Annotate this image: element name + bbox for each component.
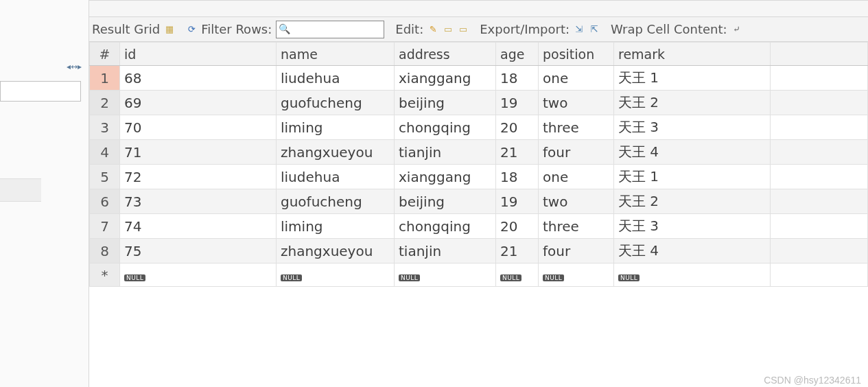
- cell-name[interactable]: guofucheng: [277, 189, 395, 214]
- import-icon[interactable]: ⇱: [589, 24, 600, 35]
- header-row[interactable]: # id name address age position remark: [90, 43, 868, 66]
- cell-position[interactable]: four: [539, 140, 614, 165]
- rownum[interactable]: 5: [90, 165, 120, 189]
- cell-address[interactable]: tianjin: [395, 239, 496, 263]
- cell-remark[interactable]: 天王 4: [614, 239, 771, 263]
- col-age[interactable]: age: [496, 43, 539, 66]
- table-row[interactable]: 269guofuchengbeijing19two天王 2: [90, 91, 868, 115]
- col-extra[interactable]: [771, 43, 868, 66]
- cell-name[interactable]: liudehua: [277, 165, 395, 189]
- cell-position[interactable]: four: [539, 239, 614, 263]
- cell-name[interactable]: liudehua: [277, 66, 395, 91]
- cell-extra[interactable]: [771, 214, 868, 239]
- panel-handle-icon[interactable]: ◂↔▸: [67, 62, 82, 71]
- cell-address[interactable]: xianggang: [395, 165, 496, 189]
- cell-id[interactable]: 72: [120, 165, 277, 189]
- cell-name[interactable]: liming: [277, 115, 395, 140]
- rownum[interactable]: 4: [90, 140, 120, 165]
- col-name[interactable]: name: [277, 43, 395, 66]
- cell-id[interactable]: 70: [120, 115, 277, 140]
- cell-age[interactable]: 21: [496, 140, 539, 165]
- cell-age[interactable]: 19: [496, 189, 539, 214]
- grid-icon[interactable]: ▦: [164, 24, 175, 35]
- cell-extra[interactable]: [771, 91, 868, 115]
- table-row[interactable]: 875zhangxueyoutianjin21four天王 4: [90, 239, 868, 263]
- cell-extra[interactable]: [771, 165, 868, 189]
- cell-address[interactable]: xianggang: [395, 66, 496, 91]
- table-row[interactable]: 471zhangxueyoutianjin21four天王 4: [90, 140, 868, 165]
- col-id[interactable]: id: [120, 43, 277, 66]
- rownum[interactable]: 8: [90, 239, 120, 263]
- table-row[interactable]: 370limingchongqing20three天王 3: [90, 115, 868, 140]
- wrap-icon[interactable]: ⤶: [731, 24, 742, 35]
- table-row[interactable]: 673guofuchengbeijing19two天王 2: [90, 189, 868, 214]
- cell-address[interactable]: chongqing: [395, 115, 496, 140]
- cell-remark[interactable]: 天王 3: [614, 214, 771, 239]
- delete-row-icon[interactable]: ▭: [458, 24, 469, 35]
- cell-name[interactable]: guofucheng: [277, 91, 395, 115]
- cell-remark[interactable]: 天王 4: [614, 140, 771, 165]
- rownum[interactable]: 3: [90, 115, 120, 140]
- cell-age[interactable]: 20: [496, 214, 539, 239]
- export-icon[interactable]: ⇲: [574, 24, 585, 35]
- col-remark[interactable]: remark: [614, 43, 771, 66]
- null-cell[interactable]: NULL: [496, 263, 539, 287]
- null-cell[interactable]: NULL: [120, 263, 277, 287]
- cell-position[interactable]: two: [539, 91, 614, 115]
- cell-name[interactable]: liming: [277, 214, 395, 239]
- cell-age[interactable]: 18: [496, 66, 539, 91]
- col-address[interactable]: address: [395, 43, 496, 66]
- cell-age[interactable]: 21: [496, 239, 539, 263]
- cell-extra[interactable]: [771, 115, 868, 140]
- edit-row-icon[interactable]: ✎: [427, 24, 438, 35]
- cell-position[interactable]: one: [539, 165, 614, 189]
- rownum[interactable]: 6: [90, 189, 120, 214]
- cell-extra[interactable]: [771, 66, 868, 91]
- table-row[interactable]: 168liudehuaxianggang18one天王 1: [90, 66, 868, 91]
- cell-id[interactable]: 68: [120, 66, 277, 91]
- result-grid[interactable]: # id name address age position remark 16…: [89, 42, 868, 287]
- col-position[interactable]: position: [539, 43, 614, 66]
- cell-address[interactable]: chongqing: [395, 214, 496, 239]
- cell-extra[interactable]: [771, 239, 868, 263]
- cell-extra[interactable]: [771, 189, 868, 214]
- filter-input[interactable]: [276, 21, 384, 38]
- cell-name[interactable]: zhangxueyou: [277, 140, 395, 165]
- cell-position[interactable]: three: [539, 115, 614, 140]
- null-cell[interactable]: NULL: [277, 263, 395, 287]
- cell-remark[interactable]: 天王 3: [614, 115, 771, 140]
- null-cell[interactable]: NULL: [539, 263, 614, 287]
- cell-position[interactable]: three: [539, 214, 614, 239]
- cell-name[interactable]: zhangxueyou: [277, 239, 395, 263]
- cell-extra[interactable]: [771, 263, 868, 287]
- null-cell[interactable]: NULL: [395, 263, 496, 287]
- table-row[interactable]: 572liudehuaxianggang18one天王 1: [90, 165, 868, 189]
- cell-address[interactable]: beijing: [395, 91, 496, 115]
- cell-position[interactable]: one: [539, 66, 614, 91]
- side-search-input[interactable]: [0, 81, 81, 102]
- cell-age[interactable]: 20: [496, 115, 539, 140]
- insert-row-icon[interactable]: ▭: [443, 24, 454, 35]
- cell-extra[interactable]: [771, 140, 868, 165]
- table-row[interactable]: 774limingchongqing20three天王 3: [90, 214, 868, 239]
- refresh-icon[interactable]: ⟳: [186, 24, 197, 35]
- col-rownum[interactable]: #: [90, 43, 120, 66]
- null-cell[interactable]: NULL: [614, 263, 771, 287]
- cell-address[interactable]: tianjin: [395, 140, 496, 165]
- cell-position[interactable]: two: [539, 189, 614, 214]
- rownum[interactable]: 2: [90, 91, 120, 115]
- cell-remark[interactable]: 天王 1: [614, 165, 771, 189]
- cell-id[interactable]: 69: [120, 91, 277, 115]
- cell-remark[interactable]: 天王 2: [614, 189, 771, 214]
- rownum[interactable]: 7: [90, 214, 120, 239]
- cell-remark[interactable]: 天王 2: [614, 91, 771, 115]
- cell-age[interactable]: 18: [496, 165, 539, 189]
- rownum[interactable]: 1: [90, 66, 120, 91]
- cell-id[interactable]: 74: [120, 214, 277, 239]
- cell-address[interactable]: beijing: [395, 189, 496, 214]
- cell-remark[interactable]: 天王 1: [614, 66, 771, 91]
- new-row[interactable]: *NULLNULLNULLNULLNULLNULL: [90, 263, 868, 287]
- rownum[interactable]: *: [90, 263, 120, 287]
- cell-age[interactable]: 19: [496, 91, 539, 115]
- cell-id[interactable]: 71: [120, 140, 277, 165]
